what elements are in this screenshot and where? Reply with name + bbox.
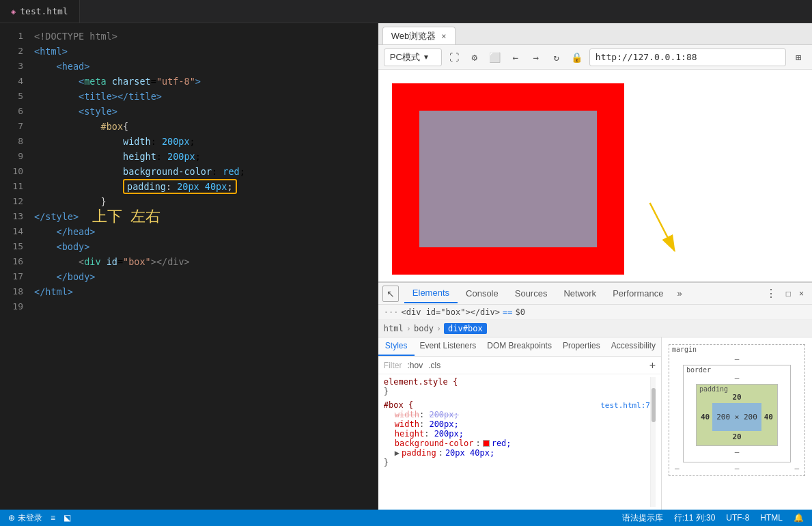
css-prop-padding: ▶ padding: 20px 40px; <box>384 448 650 458</box>
margin-val-bottom: – <box>735 464 740 473</box>
css-prop-bgcolor: background-color: red; <box>384 439 650 448</box>
css-content: element.style { } #box { test.html:7 <box>384 377 650 507</box>
css-selector-element: element.style { <box>384 377 650 387</box>
screenshot-icon[interactable]: ⬜ <box>487 49 503 66</box>
code-lines[interactable]: <!DOCTYPE html> <html> <head> <meta char… <box>29 23 378 510</box>
forward-icon[interactable]: → <box>528 49 544 66</box>
style-tab-styles[interactable]: Styles <box>378 337 415 356</box>
box-model-panel: margin – border – padding 20 <box>662 337 812 510</box>
css-prop-height: height: 200px; <box>384 429 650 439</box>
box-content: 200 × 200 <box>712 403 761 431</box>
lock-icon[interactable]: 🔒 <box>569 49 585 66</box>
mode-select[interactable]: PC模式 ▼ <box>384 49 442 66</box>
filter-cls[interactable]: .cls <box>428 361 440 370</box>
breadcrumb-divbox[interactable]: div#box <box>444 323 487 334</box>
css-prop-width: width: 200px; <box>384 410 650 419</box>
circle-icon: ⊕ <box>8 513 15 523</box>
style-tabs: Styles Event Listeners DOM Breakpoints P… <box>378 337 661 357</box>
tab-sources[interactable]: Sources <box>507 284 556 303</box>
devtools-body: Styles Event Listeners DOM Breakpoints P… <box>378 337 812 510</box>
notification-icon[interactable]: 🔔 <box>794 513 804 523</box>
browser-viewport <box>378 70 812 281</box>
cursor-position: 行:11 列:30 <box>674 512 716 524</box>
devtools-close[interactable]: × <box>795 286 808 301</box>
line-numbers: 12345 678910 1112131415 16171819 <box>0 23 29 510</box>
filter-bar: Filter :hov .cls + <box>378 357 661 374</box>
box-border: border – padding 20 40 <box>683 365 791 462</box>
filter-plus[interactable]: + <box>649 359 656 372</box>
tab-performance[interactable]: Performance <box>604 284 671 303</box>
scroll-track[interactable] <box>650 377 656 507</box>
grid-icon[interactable]: ⊞ <box>790 49 807 66</box>
code-line-13: </style> 上下 左右 <box>34 209 378 224</box>
code-line-4: <meta charset="utf-8"> <box>34 74 378 89</box>
element-info-bar: ··· <div id="box"></div> == $0 <box>378 305 812 320</box>
margin-left-dash: – <box>675 464 680 473</box>
style-tab-properties[interactable]: Properties <box>557 337 606 356</box>
refresh-icon[interactable]: ↻ <box>548 49 565 66</box>
url-bar[interactable]: http://127.0.0.1:88 <box>589 49 786 66</box>
css-selector-box: #box { <box>384 400 413 410</box>
tab-console[interactable]: Console <box>458 284 507 303</box>
code-line-2: <html> <box>34 44 378 59</box>
svg-line-1 <box>649 203 674 251</box>
breadcrumb-html[interactable]: html <box>384 324 404 333</box>
filter-hov[interactable]: :hov <box>408 361 423 370</box>
status-login[interactable]: ⊕ 未登录 <box>8 512 42 524</box>
tab-elements[interactable]: Elements <box>404 283 458 303</box>
equals-sign: == <box>503 307 512 317</box>
editor-tab[interactable]: ◈ test.html <box>0 0 80 23</box>
devtools-cursor-icon[interactable]: ↖ <box>382 286 399 302</box>
tab-bar: ◈ test.html <box>0 0 812 23</box>
margin-bottom-row: – – – <box>669 462 804 475</box>
style-tab-accessibility[interactable]: Accessibility <box>606 337 661 356</box>
tab-filename: test.html <box>20 6 68 16</box>
code-line-10: background-color: red; <box>34 164 378 179</box>
code-line-8: width: 200px; <box>34 134 378 149</box>
code-line-6: <style> <box>34 104 378 119</box>
devtools-header: ↖ Elements Console Sources Network Perfo… <box>378 283 812 305</box>
settings-icon[interactable]: ⚙ <box>466 49 483 66</box>
code-line-1: <!DOCTYPE html> <box>34 29 378 44</box>
filter-label: Filter <box>384 361 402 370</box>
encoding: UTF-8 <box>726 513 749 523</box>
tab-more[interactable]: » <box>672 284 688 303</box>
padding-label: padding <box>699 385 728 393</box>
ellipsis: ··· <box>384 307 399 317</box>
content-size: 200 × 200 <box>716 413 757 421</box>
code-editor: 12345 678910 1112131415 16171819 <!DOCTY… <box>0 23 378 510</box>
css-link[interactable]: test.html:7 <box>600 401 650 410</box>
url-text: http://127.0.0.1:88 <box>596 52 697 62</box>
code-line-16: <div id="box"></div> <box>34 254 378 269</box>
scroll-thumb[interactable] <box>652 388 656 422</box>
box-margin: margin – border – padding 20 <box>669 344 805 476</box>
css-close-element: } <box>384 387 650 396</box>
status-layout-icon[interactable]: ⬕ <box>64 513 71 523</box>
main-layout: ◈ test.html 12345 678910 1112131415 1617… <box>0 0 812 526</box>
browser-tab[interactable]: Web浏览器 × <box>382 27 456 44</box>
status-list-icon[interactable]: ≡ <box>51 513 55 523</box>
red-box <box>392 83 624 275</box>
code-content[interactable]: 12345 678910 1112131415 16171819 <!DOCTY… <box>0 23 378 510</box>
margin-label: margin <box>672 346 697 353</box>
syntax-hint[interactable]: 语法提示库 <box>622 512 663 524</box>
devtools-minimize[interactable]: □ <box>782 286 795 301</box>
style-tab-events[interactable]: Event Listeners <box>415 337 482 356</box>
fullscreen-icon[interactable]: ⛶ <box>446 49 462 66</box>
dropdown-arrow: ▼ <box>423 53 430 61</box>
tab-network[interactable]: Network <box>555 284 604 303</box>
code-line-14: </head> <box>34 224 378 239</box>
css-selector-box-row: #box { test.html:7 <box>384 400 650 410</box>
tab-close-icon[interactable]: × <box>441 31 446 41</box>
breadcrumb-sep2: › <box>436 324 441 333</box>
devtools-menu-icon[interactable]: ⋮ <box>760 284 782 303</box>
color-swatch[interactable] <box>483 440 490 447</box>
breadcrumb-body[interactable]: body <box>414 324 434 333</box>
border-label: border <box>686 366 711 374</box>
back-icon[interactable]: ← <box>507 49 524 66</box>
file-type: HTML <box>760 513 783 523</box>
code-line-7: #box{ <box>34 119 378 134</box>
box-row-content: 40 200 × 200 40 <box>698 403 776 431</box>
style-tab-breakpoints[interactable]: DOM Breakpoints <box>481 337 557 356</box>
login-label: 未登录 <box>18 512 42 524</box>
